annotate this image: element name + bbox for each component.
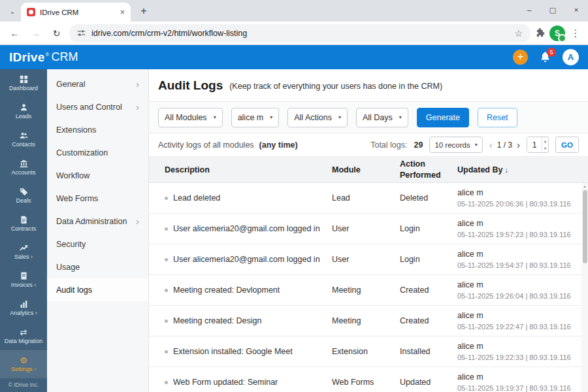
back-icon[interactable]: ←: [7, 25, 23, 41]
submenu-item-label: General: [56, 80, 85, 89]
analytics-icon: [20, 299, 28, 308]
header-updated-by[interactable]: Updated By↓: [457, 165, 579, 174]
forward-icon[interactable]: →: [27, 25, 44, 41]
updated-by-user: alice m: [457, 342, 579, 351]
generate-button[interactable]: Generate: [417, 108, 469, 127]
sidebar-item-accounts[interactable]: Accounts: [0, 154, 47, 182]
tab-search-icon[interactable]: ⌄: [5, 4, 20, 18]
updated-by-meta: 05-11-2025 20:06:36 | 80.93.19.116: [457, 200, 579, 208]
sidebar-item-contracts[interactable]: Contracts: [0, 210, 47, 238]
browser-tabstrip: ⌄ IDrive CRM × + – ▢ ×: [0, 0, 588, 22]
extensions-puzzle-icon[interactable]: [535, 28, 545, 38]
sidebar-item-label: Accounts: [10, 170, 37, 176]
updated-by-user: alice m: [457, 372, 579, 382]
records-per-page-select[interactable]: 10 records ▾: [429, 137, 482, 153]
submenu-item-data-administration[interactable]: Data Administration›: [47, 210, 148, 233]
user-avatar[interactable]: A: [563, 49, 579, 65]
description-text: Lead deleted: [173, 193, 220, 203]
browser-addressbar: ← → ↻ idrive.com/crm/crm-v2/html/workflo…: [0, 22, 588, 45]
scrollbar-thumb[interactable]: [583, 190, 587, 263]
table-row: User alicemeria20@gmail.com logged inUse…: [149, 244, 588, 275]
cell-updated-by: alice m05-11-2025 19:54:37 | 80.93.19.11…: [457, 250, 579, 269]
submenu-item-workflow[interactable]: Workflow: [47, 164, 148, 187]
pagination: ‹ 1 / 3 ›: [489, 140, 520, 150]
sidebar-item-label: Sales ›: [13, 254, 34, 261]
sidebar-item-label: Leads: [14, 114, 33, 120]
scroll-up-icon[interactable]: ▴: [581, 184, 588, 188]
notification-badge: 5: [547, 48, 556, 57]
sidebar-item-sales[interactable]: Sales ›: [0, 238, 47, 266]
url-field[interactable]: idrive.com/crm/crm-v2/html/workflow-list…: [69, 24, 531, 42]
close-button[interactable]: ×: [564, 0, 588, 20]
table-row: Meeting created: DevlopmentMeetingCreate…: [149, 275, 588, 306]
sidebar-item-contacts[interactable]: Contacts: [0, 125, 47, 154]
invoices-icon: [20, 271, 28, 280]
idrive-crm-logo[interactable]: IDrive ® CRM: [9, 50, 78, 65]
module-filter-select[interactable]: All Modules ▾: [158, 108, 223, 127]
description-text: Web Form updated: Seminar: [173, 378, 278, 387]
notifications-bell-icon[interactable]: 5: [540, 52, 551, 63]
url-text[interactable]: idrive.com/crm/crm-v2/html/workflow-list…: [91, 29, 508, 38]
reload-icon[interactable]: ↻: [48, 25, 65, 41]
registered-mark: ®: [46, 52, 50, 57]
cell-description: User alicemeria20@gmail.com logged in: [165, 255, 332, 264]
stepper-down-icon[interactable]: ▾: [542, 145, 548, 153]
submenu-item-general[interactable]: General›: [47, 73, 148, 95]
browser-profile-avatar[interactable]: S: [549, 25, 565, 41]
table-scrollbar[interactable]: ▴: [581, 183, 588, 392]
sidebar-item-analytics[interactable]: Analytics ›: [0, 294, 47, 322]
sidebar-item-deals[interactable]: Deals: [0, 182, 47, 210]
submenu-item-usage[interactable]: Usage: [47, 255, 148, 278]
minimize-button[interactable]: –: [517, 0, 541, 20]
cell-action: Installed: [400, 347, 457, 356]
browser-tab[interactable]: IDrive CRM ×: [21, 3, 131, 22]
sidebar-item-data-migration[interactable]: ⇄Data Migration: [0, 322, 47, 350]
sidebar-nav: DashboardLeadsContactsAccountsDealsContr…: [0, 69, 47, 378]
maximize-button[interactable]: ▢: [541, 0, 564, 20]
stepper-up-icon[interactable]: ▴: [542, 137, 548, 145]
sidebar-item-label: Settings ›: [10, 367, 37, 373]
prev-page-icon[interactable]: ‹: [489, 140, 493, 150]
cell-action: Deleted: [400, 193, 457, 203]
action-filter-select[interactable]: All Actions ▾: [287, 108, 348, 127]
tab-close-icon[interactable]: ×: [120, 8, 125, 16]
dashboard-icon: [20, 74, 28, 84]
sidebar-item-label: Contracts: [10, 226, 38, 233]
page-number-stepper: ▴ ▾: [527, 137, 549, 153]
submenu-item-label: Audit logs: [56, 286, 92, 295]
submenu-item-audit-logs[interactable]: Audit logs: [47, 278, 148, 301]
sidebar-item-invoices[interactable]: Invoices ›: [0, 266, 47, 294]
window-controls: – ▢ ×: [517, 0, 588, 20]
contacts-icon: [20, 131, 28, 140]
submenu-item-security[interactable]: Security: [47, 233, 148, 255]
submenu-item-web-forms[interactable]: Web Forms: [47, 187, 148, 210]
sales-icon: [20, 243, 28, 252]
description-text: User alicemeria20@gmail.com logged in: [173, 224, 320, 233]
bullet-icon: [165, 289, 168, 292]
chevron-right-icon: ›: [136, 79, 139, 90]
table-row: User alicemeria20@gmail.com logged inUse…: [149, 214, 588, 244]
sidebar-item-label: Analytics ›: [8, 310, 39, 317]
submenu-item-extensions[interactable]: Extensions: [47, 118, 148, 141]
submenu-item-users-and-control[interactable]: Users and Control›: [47, 95, 148, 118]
new-tab-button[interactable]: +: [136, 3, 152, 19]
site-info-icon[interactable]: [77, 29, 86, 37]
page-indicator: 1 / 3: [497, 140, 512, 150]
sidebar-item-settings[interactable]: ⚙Settings ›: [0, 350, 47, 378]
user-filter-select[interactable]: alice m ▾: [231, 108, 280, 127]
bookmark-star-icon[interactable]: ☆: [514, 28, 523, 39]
browser-menu-icon[interactable]: ⋮: [570, 27, 581, 39]
contracts-icon: [20, 215, 28, 224]
page-number-input[interactable]: [527, 137, 542, 152]
next-page-icon[interactable]: ›: [517, 140, 520, 150]
records-per-page-value: 10 records: [434, 141, 470, 149]
page-header: Audit Logs (Keep track of everything you…: [149, 69, 588, 101]
sidebar-item-dashboard[interactable]: Dashboard: [0, 69, 47, 97]
submenu-item-customization[interactable]: Customization: [47, 141, 148, 164]
reset-button[interactable]: Reset: [478, 108, 517, 127]
quick-add-button[interactable]: +: [513, 50, 528, 65]
go-button[interactable]: GO: [555, 137, 579, 153]
days-filter-select[interactable]: All Days ▾: [356, 108, 408, 127]
browser-window: ⌄ IDrive CRM × + – ▢ × ← → ↻ idrive.com/…: [0, 0, 588, 392]
sidebar-item-leads[interactable]: Leads: [0, 97, 47, 125]
